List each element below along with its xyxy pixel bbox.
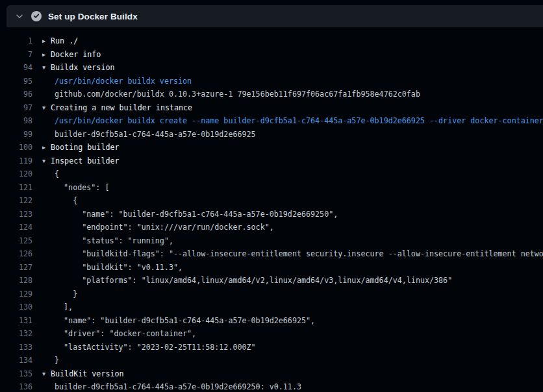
caret-down-icon[interactable]: ▼ xyxy=(42,154,51,168)
log-line: 94▼Buildx version xyxy=(0,61,543,75)
caret-spacer xyxy=(42,194,51,208)
log-text: } xyxy=(51,288,77,301)
log-line: 99builder-d9cfb5a1-c764-445a-a57e-0b19d2… xyxy=(0,128,543,141)
log-line: 127 "buildkit": "v0.11.3", xyxy=(0,261,543,275)
caret-down-icon[interactable]: ▼ xyxy=(42,101,51,115)
line-number[interactable]: 96 xyxy=(0,88,32,101)
log-text: "endpoint": "unix:///var/run/docker.sock… xyxy=(51,221,274,234)
log-line: 122 { xyxy=(0,194,543,208)
line-number[interactable]: 100 xyxy=(0,141,32,154)
check-circle-icon xyxy=(31,11,42,21)
log-text: /usr/bin/docker buildx create --name bui… xyxy=(51,114,543,128)
caret-right-icon[interactable]: ▶ xyxy=(42,48,51,62)
log-body: 1▶Run ./7▶Docker info94▼Buildx version95… xyxy=(0,27,543,392)
log-line: 119▼Inspect builder xyxy=(0,154,543,168)
line-number[interactable]: 119 xyxy=(0,154,32,168)
log-line: 7▶Docker info xyxy=(0,48,543,62)
line-number[interactable]: 136 xyxy=(0,380,32,392)
log-line: 96github.com/docker/buildx 0.10.3+azure-… xyxy=(0,88,543,101)
log-line: 95/usr/bin/docker buildx version xyxy=(0,75,543,88)
caret-spacer xyxy=(42,88,51,101)
group-title[interactable]: Buildx version xyxy=(51,61,115,75)
caret-down-icon[interactable]: ▼ xyxy=(42,61,51,75)
log-text: "lastActivity": "2023-02-25T11:58:12.000… xyxy=(51,341,256,354)
log-text: /usr/bin/docker buildx version xyxy=(51,75,192,88)
caret-spacer xyxy=(42,261,51,275)
log-text: builder-d9cfb5a1-c764-445a-a57e-0b19d2e6… xyxy=(51,380,301,392)
caret-spacer xyxy=(42,314,51,328)
line-number[interactable]: 131 xyxy=(0,314,32,328)
line-number[interactable]: 134 xyxy=(0,354,32,367)
line-number[interactable]: 7 xyxy=(0,48,32,62)
line-number[interactable]: 123 xyxy=(0,208,32,221)
line-number[interactable]: 98 xyxy=(0,114,32,128)
caret-right-icon[interactable]: ▶ xyxy=(42,34,51,48)
caret-spacer xyxy=(42,114,51,128)
log-text: { xyxy=(51,194,77,208)
line-number[interactable]: 125 xyxy=(0,234,32,248)
log-text: github.com/docker/buildx 0.10.3+azure-1 … xyxy=(51,88,420,101)
line-number[interactable]: 127 xyxy=(0,261,32,275)
log-line: 129 } xyxy=(0,288,543,301)
line-number[interactable]: 132 xyxy=(0,327,32,341)
log-text: "name": "builder-d9cfb5a1-c764-445a-a57e… xyxy=(51,208,338,221)
line-number[interactable]: 121 xyxy=(0,181,32,195)
log-text: "status": "running", xyxy=(51,234,173,248)
line-number[interactable]: 95 xyxy=(0,75,32,88)
line-number[interactable]: 124 xyxy=(0,221,32,234)
log-text: "driver": "docker-container", xyxy=(51,327,196,341)
caret-spacer xyxy=(42,181,51,195)
step-header[interactable]: Set up Docker Buildx xyxy=(6,5,543,27)
log-line: 135▼BuildKit version xyxy=(0,367,543,381)
line-number[interactable]: 133 xyxy=(0,341,32,354)
group-title[interactable]: Booting builder xyxy=(51,141,120,154)
line-number[interactable]: 97 xyxy=(0,101,32,115)
caret-spacer xyxy=(42,274,51,288)
log-line: 121 "nodes": [ xyxy=(0,181,543,195)
line-number[interactable]: 130 xyxy=(0,300,32,314)
log-line: 133 "lastActivity": "2023-02-25T11:58:12… xyxy=(0,341,543,354)
actions-log-viewer: Set up Docker Buildx 1▶Run ./7▶Docker in… xyxy=(0,0,543,392)
log-line: 126 "buildkitd-flags": "--allow-insecure… xyxy=(0,247,543,261)
log-line: 124 "endpoint": "unix:///var/run/docker.… xyxy=(0,221,543,234)
log-text: ], xyxy=(51,300,73,314)
line-number[interactable]: 128 xyxy=(0,274,32,288)
caret-spacer xyxy=(42,221,51,234)
log-text: "platforms": "linux/amd64,linux/amd64/v2… xyxy=(51,274,452,288)
caret-spacer xyxy=(42,247,51,261)
group-title[interactable]: Docker info xyxy=(51,48,101,62)
caret-spacer xyxy=(42,167,51,181)
line-number[interactable]: 99 xyxy=(0,128,32,141)
log-line: 120{ xyxy=(0,167,543,181)
group-title[interactable]: BuildKit version xyxy=(51,367,124,381)
line-number[interactable]: 122 xyxy=(0,194,32,208)
group-title[interactable]: Inspect builder xyxy=(51,154,120,168)
line-number[interactable]: 120 xyxy=(0,167,32,181)
caret-spacer xyxy=(42,300,51,314)
log-line: 130 ], xyxy=(0,300,543,314)
log-text: "nodes": [ xyxy=(51,181,109,195)
caret-spacer xyxy=(42,341,51,354)
caret-right-icon[interactable]: ▶ xyxy=(42,141,51,154)
caret-down-icon[interactable]: ▼ xyxy=(42,367,51,381)
chevron-down-icon[interactable] xyxy=(12,9,27,23)
line-number[interactable]: 94 xyxy=(0,61,32,75)
log-text: } xyxy=(51,354,59,367)
line-number[interactable]: 129 xyxy=(0,288,32,301)
group-title[interactable]: Run ./ xyxy=(51,34,78,48)
group-title[interactable]: Creating a new builder instance xyxy=(51,101,192,115)
step-title: Set up Docker Buildx xyxy=(48,12,138,21)
log-line: 97▼Creating a new builder instance xyxy=(0,101,543,115)
log-text: "buildkit": "v0.11.3", xyxy=(51,261,183,275)
caret-spacer xyxy=(42,128,51,141)
log-line: 136builder-d9cfb5a1-c764-445a-a57e-0b19d… xyxy=(0,380,543,392)
caret-spacer xyxy=(42,234,51,248)
caret-spacer xyxy=(42,354,51,367)
line-number[interactable]: 126 xyxy=(0,247,32,261)
log-text: { xyxy=(51,167,59,181)
line-number[interactable]: 135 xyxy=(0,367,32,381)
log-line: 98/usr/bin/docker buildx create --name b… xyxy=(0,114,543,128)
line-number[interactable]: 1 xyxy=(0,34,32,48)
log-text: "buildkitd-flags": "--allow-insecure-ent… xyxy=(51,247,543,261)
caret-spacer xyxy=(42,75,51,88)
